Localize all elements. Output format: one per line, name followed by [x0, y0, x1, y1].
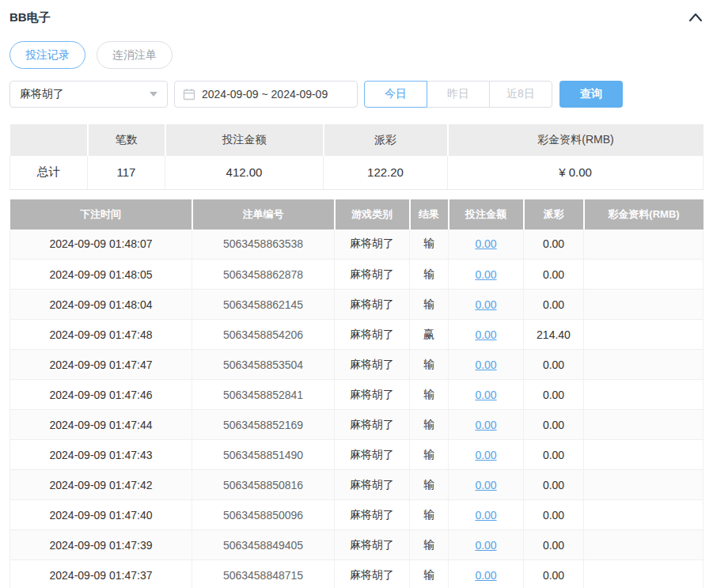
bet-id-cell: 5063458852169: [192, 410, 335, 440]
payout-cell: 0.00: [524, 410, 584, 440]
bet-amount-link[interactable]: 0.00: [475, 328, 496, 341]
bet-amount-cell: 0.00: [449, 290, 524, 320]
bet-amount-link[interactable]: 0.00: [475, 449, 496, 461]
summary-total-count: 117: [88, 156, 165, 189]
bet-id-cell: 5063458863538: [192, 230, 335, 260]
table-row: 2024-09-09 01:48:07 5063458863538 麻将胡了 输…: [10, 230, 704, 260]
summary-total-label: 总计: [10, 156, 88, 189]
bet-amount-link[interactable]: 0.00: [475, 479, 496, 491]
result-cell: 输: [410, 470, 449, 500]
table-row: 2024-09-09 01:47:47 5063458853504 麻将胡了 输…: [10, 350, 704, 380]
game-type-cell: 麻将胡了: [335, 230, 410, 260]
bonus-cell: [584, 320, 704, 350]
quick-range-group: 今日 昨日 近8日: [364, 81, 552, 108]
bet-amount-link[interactable]: 0.00: [475, 268, 496, 281]
game-select[interactable]: 麻将胡了: [9, 81, 168, 108]
chevron-down-icon: [150, 92, 157, 97]
bonus-cell: [584, 380, 704, 410]
summary-total-bonus: ¥ 0.00: [448, 156, 704, 189]
game-type-cell: 麻将胡了: [335, 260, 410, 290]
collapse-panel-button[interactable]: [688, 9, 704, 25]
bet-time-cell: 2024-09-09 01:47:37: [10, 560, 192, 588]
chevron-up-icon: [688, 13, 703, 22]
bonus-cell: [584, 410, 704, 440]
col-bet-time: 下注时间: [10, 199, 192, 230]
result-cell: 赢: [410, 320, 449, 350]
col-bet-amount: 投注金额: [449, 199, 524, 230]
date-range-input[interactable]: 2024-09-09 ~ 2024-09-09: [174, 81, 358, 108]
col-game-type: 游戏类别: [335, 199, 410, 230]
bonus-cell: [584, 470, 704, 500]
summary-col-count: 笔数: [88, 124, 165, 156]
payout-cell: 214.40: [524, 320, 584, 350]
bet-amount-link[interactable]: 0.00: [475, 389, 496, 401]
bet-amount-link[interactable]: 0.00: [475, 419, 496, 431]
result-cell: 输: [410, 230, 449, 260]
table-row: 2024-09-09 01:47:43 5063458851490 麻将胡了 输…: [10, 440, 704, 470]
bet-amount-cell: 0.00: [449, 260, 524, 290]
bet-table-body: 2024-09-09 01:48:07 5063458863538 麻将胡了 输…: [10, 230, 704, 588]
summary-col-bet-amount: 投注金额: [165, 124, 324, 156]
game-select-value: 麻将胡了: [20, 87, 150, 101]
game-type-cell: 麻将胡了: [335, 410, 410, 440]
summary-col-blank: [10, 124, 88, 156]
game-type-cell: 麻将胡了: [335, 320, 410, 350]
bet-id-cell: 5063458853504: [192, 350, 335, 380]
quick-range-today[interactable]: 今日: [364, 81, 427, 108]
bet-id-cell: 5063458850816: [192, 470, 335, 500]
payout-cell: 0.00: [524, 260, 584, 290]
bet-amount-cell: 0.00: [449, 410, 524, 440]
game-type-cell: 麻将胡了: [335, 500, 410, 530]
bet-amount-cell: 0.00: [449, 530, 524, 560]
bet-amount-cell: 0.00: [449, 500, 524, 530]
result-cell: 输: [410, 410, 449, 440]
table-row: 2024-09-09 01:47:48 5063458854206 麻将胡了 赢…: [10, 320, 704, 350]
bet-time-cell: 2024-09-09 01:48:04: [10, 290, 192, 320]
result-cell: 输: [410, 260, 449, 290]
table-row: 2024-09-09 01:47:40 5063458850096 麻将胡了 输…: [10, 500, 704, 530]
result-cell: 输: [410, 530, 449, 560]
quick-range-yesterday[interactable]: 昨日: [427, 81, 490, 108]
tab-bet-records[interactable]: 投注记录: [9, 41, 85, 69]
bonus-cell: [584, 350, 704, 380]
panel-header: BB电子: [9, 8, 704, 27]
quick-range-last8days[interactable]: 近8日: [489, 81, 552, 108]
game-type-cell: 麻将胡了: [335, 290, 410, 320]
payout-cell: 0.00: [524, 440, 584, 470]
game-type-cell: 麻将胡了: [335, 440, 410, 470]
bet-amount-link[interactable]: 0.00: [475, 539, 496, 552]
payout-cell: 0.00: [524, 290, 584, 320]
table-row: 2024-09-09 01:48:04 5063458862145 麻将胡了 输…: [10, 290, 704, 320]
result-cell: 输: [410, 500, 449, 530]
payout-cell: 0.00: [524, 230, 584, 260]
bet-time-cell: 2024-09-09 01:47:46: [10, 380, 192, 410]
tab-cancelled-orders[interactable]: 连消注单: [97, 41, 173, 69]
payout-cell: 0.00: [524, 500, 584, 530]
payout-cell: 0.00: [524, 530, 584, 560]
calendar-icon: [183, 88, 195, 101]
payout-cell: 0.00: [524, 350, 584, 380]
bet-time-cell: 2024-09-09 01:47:39: [10, 530, 192, 560]
bet-amount-link[interactable]: 0.00: [475, 237, 496, 250]
bet-time-cell: 2024-09-09 01:47:44: [10, 410, 192, 440]
game-type-cell: 麻将胡了: [335, 560, 410, 588]
table-row: 2024-09-09 01:47:46 5063458852841 麻将胡了 输…: [10, 380, 704, 410]
search-button[interactable]: 查询: [559, 81, 623, 108]
game-type-cell: 麻将胡了: [335, 350, 410, 380]
summary-total-row: 总计 117 412.00 122.20 ¥ 0.00: [10, 156, 704, 189]
summary-table: 笔数 投注金额 派彩 彩金资料(RMB) 总计 117 412.00 122.2…: [9, 124, 704, 190]
bet-amount-link[interactable]: 0.00: [475, 358, 496, 371]
bet-amount-link[interactable]: 0.00: [475, 298, 496, 311]
col-result: 结果: [410, 199, 449, 230]
table-row: 2024-09-09 01:47:42 5063458850816 麻将胡了 输…: [10, 470, 704, 500]
result-cell: 输: [410, 380, 449, 410]
bet-time-cell: 2024-09-09 01:48:07: [10, 230, 192, 260]
bet-amount-cell: 0.00: [449, 230, 524, 260]
game-type-cell: 麻将胡了: [335, 470, 410, 500]
payout-cell: 0.00: [524, 470, 584, 500]
bet-id-cell: 5063458851490: [192, 440, 335, 470]
bet-amount-link[interactable]: 0.00: [475, 569, 496, 582]
bet-amount-link[interactable]: 0.00: [475, 509, 496, 522]
bet-amount-cell: 0.00: [449, 320, 524, 350]
bet-time-cell: 2024-09-09 01:47:40: [10, 500, 192, 530]
